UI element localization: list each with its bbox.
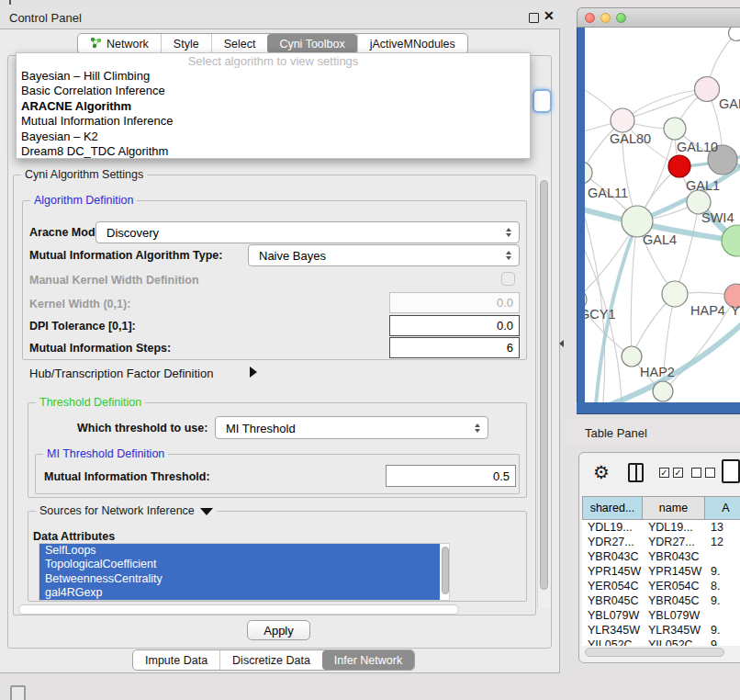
tab-discretize-data[interactable]: Discretize Data [219, 650, 322, 670]
mi-threshold-field[interactable]: 0.5 [386, 465, 516, 487]
splitter-collapse-icon[interactable] [559, 340, 564, 347]
table-row[interactable]: YBL079WYBL079W [582, 608, 740, 623]
table-row[interactable]: YBR043CYBR043C [582, 549, 740, 564]
file-icon[interactable] [722, 459, 740, 483]
table-cell: 9. [705, 623, 740, 638]
network-canvas[interactable]: GAL7GAL80GAL10GAL1GAL11SWI4GAL4GCY1HAP4Y… [585, 28, 740, 402]
apply-button[interactable]: Apply [247, 620, 310, 640]
list-scrollbar-thumb[interactable] [442, 547, 449, 594]
node-attribute-table[interactable]: shared...nameAYDL19...YDL19...13YDR27...… [582, 496, 740, 646]
network-node-label-pink-node: Y [731, 303, 740, 318]
network-node-GAL80[interactable] [611, 108, 634, 132]
kernel-width-value: 0.0 [497, 296, 513, 310]
data-tools-tabbar: Impute DataDiscretize DataInfer Network [132, 649, 415, 671]
unchecked-checkbox-icon[interactable] [691, 468, 701, 478]
mi-steps-value: 6 [507, 341, 513, 355]
table-cell: YIL052C [582, 638, 643, 646]
table-horizontal-scrollbar-thumb[interactable] [585, 648, 724, 657]
which-threshold-combo[interactable]: MI Threshold [215, 416, 488, 439]
stepper-arrows-icon [506, 228, 511, 237]
network-edge[interactable] [675, 202, 699, 294]
tab-jactivemnodules-label: jActiveMNodules [370, 38, 455, 51]
network-node-label-GCY1: GCY1 [585, 307, 616, 322]
close-panel-icon[interactable]: ✕ [544, 8, 555, 23]
tab-discretize-data-label: Discretize Data [232, 654, 310, 667]
attribute-item-betweennesscentrality[interactable]: BetweennessCentrality [39, 572, 440, 586]
column-header-a[interactable]: A [705, 496, 740, 520]
tab-network[interactable]: Network [78, 34, 161, 53]
table-row[interactable]: YDL19...YDL19...13 [582, 520, 740, 535]
algorithm-option-bayesian-hill-climbing[interactable]: Bayesian – Hill Climbing [17, 69, 530, 84]
table-row[interactable]: YLR345WYLR345W9. [582, 623, 740, 638]
table-panel-titlebar[interactable]: Table Panel [562, 419, 740, 446]
attribute-item-topologicalcoefficient[interactable]: TopologicalCoefficient [39, 558, 440, 571]
minimize-window-icon[interactable] [600, 13, 611, 23]
settings-horizontal-scrollbar-thumb[interactable] [18, 604, 459, 615]
table-row[interactable]: YDR27...YDR27...12 [582, 535, 740, 549]
aracne-mode-combo[interactable]: Discovery [95, 221, 520, 243]
tab-select[interactable]: Select [211, 34, 268, 53]
aracne-mode-value: Discovery [107, 226, 159, 240]
dpi-tolerance-field[interactable]: 0.0 [389, 315, 520, 336]
table-row[interactable]: YER054CYER054C8. [582, 579, 740, 593]
manual-kernel-width-checkbox[interactable] [501, 272, 515, 286]
minimized-panel-icon[interactable] [10, 685, 26, 700]
collapse-arrow-icon[interactable] [200, 508, 213, 515]
network-node-HAP2[interactable] [622, 346, 642, 367]
table-cell [705, 608, 740, 623]
mi-algorithm-type-combo[interactable]: Naive Bayes [248, 244, 520, 266]
split-columns-icon[interactable] [628, 463, 644, 482]
checked-checkbox-icon[interactable]: ✓ [673, 468, 683, 478]
kernel-width-field[interactable]: 0.0 [389, 292, 520, 313]
zoom-window-icon[interactable] [616, 13, 626, 23]
network-node-GAL7[interactable] [695, 77, 720, 102]
table-row[interactable]: YBR045CYBR045C9. [582, 593, 740, 608]
sources-title[interactable]: Sources for Network Inference [36, 504, 217, 517]
network-node-label-GAL7: GAL7 [719, 96, 740, 111]
table-panel-title: Table Panel [585, 426, 647, 440]
settings-vertical-scrollbar-thumb[interactable] [540, 180, 548, 590]
unchecked-checkbox-icon[interactable] [705, 468, 715, 478]
data-attributes-list[interactable]: SelfLoopsTopologicalCoefficientBetweenne… [39, 543, 450, 601]
table-cell: YBR045C [643, 593, 705, 608]
tab-jactivemnodules[interactable]: jActiveMNodules [357, 34, 467, 53]
network-node-GAL10[interactable] [664, 118, 686, 140]
table-cell: YDL19... [582, 520, 643, 535]
mi-steps-field[interactable]: 6 [389, 337, 520, 358]
float-panel-icon[interactable] [529, 13, 539, 23]
tab-infer-network[interactable]: Infer Network [322, 650, 414, 670]
attribute-item-selfloops[interactable]: SelfLoops [39, 544, 440, 558]
gear-icon[interactable]: ⚙ [593, 461, 610, 483]
algorithm-option-basic-correlation-inference[interactable]: Basic Correlation Inference [17, 84, 530, 98]
network-node-GAL1[interactable] [668, 155, 690, 177]
close-window-icon[interactable] [585, 13, 595, 23]
network-node-GAL11[interactable] [585, 162, 592, 184]
network-edge[interactable] [631, 221, 637, 356]
table-row[interactable]: YPR145WYPR145W9. [582, 564, 740, 579]
tab-style[interactable]: Style [161, 34, 211, 53]
algorithm-option-dream8-dc-tdc-algorithm[interactable]: Dream8 DC_TDC Algorithm [17, 144, 530, 159]
table-cell: YLR345W [643, 623, 705, 638]
tab-impute-data[interactable]: Impute Data [133, 650, 219, 670]
expand-arrow-icon[interactable] [250, 367, 257, 378]
network-node-node-top[interactable] [729, 28, 740, 41]
algorithm-option-mutual-information-inference[interactable]: Mutual Information Inference [17, 114, 530, 129]
control-panel-titlebar[interactable]: Control Panel ✕ [0, 6, 560, 29]
hub-definition-label[interactable]: Hub/Transcription Factor Definition [29, 367, 213, 380]
cyni-algorithm-settings-title: Cyni Algorithm Settings [21, 168, 147, 181]
checked-checkbox-icon[interactable]: ✓ [659, 468, 669, 478]
table-row[interactable]: YIL052CYIL052C9 [582, 638, 740, 646]
table-cell: YBR043C [582, 549, 643, 564]
column-header-name[interactable]: name [643, 496, 705, 520]
algorithm-option-aracne-algorithm[interactable]: ARACNE Algorithm [17, 99, 530, 114]
attribute-item-gal4rgexp[interactable]: gal4RGexp [39, 586, 440, 600]
mi-threshold-definition-title: MI Threshold Definition [43, 447, 168, 460]
network-node-node-bottom[interactable] [653, 381, 673, 401]
network-window-titlebar[interactable] [577, 7, 740, 28]
algorithm-option-bayesian-k2[interactable]: Bayesian – K2 [17, 130, 530, 144]
sources-title-text: Sources for Network Inference [39, 504, 195, 517]
algorithm-select-combo[interactable] [533, 89, 552, 113]
network-node-HAP4[interactable] [662, 281, 688, 307]
tab-cyni-toolbox[interactable]: Cyni Toolbox [267, 34, 356, 53]
column-header-shared-[interactable]: shared... [582, 496, 643, 520]
